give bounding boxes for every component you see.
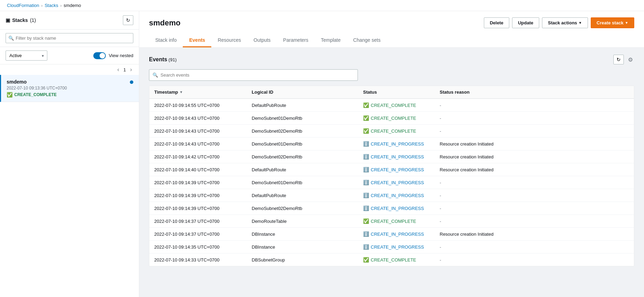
status-link-9[interactable]: ✅ CREATE_COMPLETE: [363, 218, 416, 224]
table-header-status-label: Status: [363, 89, 377, 95]
status-link-8[interactable]: ℹ️ CREATE_IN_PROGRESS: [363, 205, 424, 211]
stack-item-selected-dot: [130, 80, 133, 84]
toggle-wrap: View nested: [93, 52, 133, 59]
cell-status-9: ✅ CREATE_COMPLETE: [358, 215, 435, 227]
sidebar-header: ▣ Stacks (1) ↻: [0, 11, 139, 30]
sidebar-search: 🔍: [0, 30, 139, 47]
table-header-row: Timestamp ▼ Logical ID Status Status rea…: [149, 86, 634, 99]
stack-actions-chevron-icon: ▼: [579, 21, 582, 25]
table-row: 2022-07-10 09:14:43 UTC+0700 DemoSubnet0…: [149, 125, 634, 138]
sidebar-filters: Active All Deleted ▼ View nested: [0, 47, 139, 64]
page-number: 1: [122, 67, 127, 72]
table-row: 2022-07-10 09:14:39 UTC+0700 DemoSubnet0…: [149, 202, 634, 215]
search-input[interactable]: [6, 33, 133, 43]
status-link-7[interactable]: ℹ️ CREATE_IN_PROGRESS: [363, 193, 424, 198]
tab-template[interactable]: Template: [315, 34, 347, 47]
sidebar-refresh-button[interactable]: ↻: [123, 15, 133, 25]
table-row: 2022-07-10 09:14:43 UTC+0700 DemoSubnet0…: [149, 138, 634, 150]
page-next-button[interactable]: ›: [129, 66, 133, 73]
table-row: 2022-07-10 09:14:43 UTC+0700 DemoSubnet0…: [149, 112, 634, 125]
events-search: 🔍: [149, 69, 634, 81]
detail-title-row: smdemo Delete Update Stack actions ▼ Cre…: [149, 17, 634, 28]
cell-status-3: ℹ️ CREATE_IN_PROGRESS: [358, 138, 435, 150]
status-link-2[interactable]: ✅ CREATE_COMPLETE: [363, 128, 416, 134]
status-link-12[interactable]: ✅ CREATE_COMPLETE: [363, 257, 416, 263]
status-link-11[interactable]: ℹ️ CREATE_IN_PROGRESS: [363, 244, 424, 250]
tab-resources[interactable]: Resources: [211, 34, 247, 47]
cell-status-2: ✅ CREATE_COMPLETE: [358, 125, 435, 137]
cell-logical-id-7: DefaultPubRoute: [247, 189, 358, 202]
status-link-0[interactable]: ✅ CREATE_COMPLETE: [363, 102, 416, 108]
page-prev-button[interactable]: ‹: [116, 66, 120, 73]
events-top-right: ↻ ⚙: [613, 55, 634, 64]
status-link-4[interactable]: ℹ️ CREATE_IN_PROGRESS: [363, 154, 424, 159]
toggle-knob: [100, 53, 105, 58]
cell-logical-id-11: DBInstance: [247, 241, 358, 253]
create-stack-button[interactable]: Create stack ▼: [591, 17, 634, 28]
settings-icon[interactable]: ⚙: [627, 55, 634, 64]
tab-stack-info[interactable]: Stack info: [149, 34, 183, 47]
table-row: 2022-07-10 09:14:55 UTC+0700 DefaultPubR…: [149, 99, 634, 112]
cell-logical-id-3: DemoSubnet01DemoRtb: [247, 138, 358, 150]
cell-status-12: ✅ CREATE_COMPLETE: [358, 253, 435, 266]
table-header-status[interactable]: Status: [358, 86, 435, 98]
breadcrumb-stacks[interactable]: Stacks: [45, 3, 58, 8]
status-icon-6: ℹ️: [363, 180, 369, 185]
status-link-5[interactable]: ℹ️ CREATE_IN_PROGRESS: [363, 167, 424, 172]
cell-logical-id-8: DemoSubnet02DemoRtb: [247, 202, 358, 214]
status-link-3[interactable]: ℹ️ CREATE_IN_PROGRESS: [363, 141, 424, 147]
sidebar-collapse-icon[interactable]: ▣: [6, 17, 10, 23]
status-link-10[interactable]: ℹ️ CREATE_IN_PROGRESS: [363, 231, 424, 237]
cell-reason-2: -: [435, 125, 634, 137]
sidebar-count: (1): [30, 17, 36, 23]
detail-actions: Delete Update Stack actions ▼ Create sta…: [484, 17, 634, 28]
breadcrumb-current: smdemo: [64, 3, 81, 8]
cell-status-6: ℹ️ CREATE_IN_PROGRESS: [358, 176, 435, 189]
tab-parameters[interactable]: Parameters: [277, 34, 314, 47]
stack-item-time: 2022-07-10 09:13:36 UTC+0700: [7, 86, 133, 91]
filter-select[interactable]: Active All Deleted: [6, 50, 47, 61]
status-icon-0: ✅: [363, 102, 369, 108]
tab-events[interactable]: Events: [183, 34, 211, 47]
detail-panel: smdemo Delete Update Stack actions ▼ Cre…: [139, 11, 644, 297]
status-complete-icon: ✅: [7, 92, 13, 97]
events-refresh-button[interactable]: ↻: [613, 55, 624, 64]
cell-reason-12: -: [435, 253, 634, 266]
cell-reason-5: Resource creation Initiated: [435, 163, 634, 176]
view-nested-toggle[interactable]: [93, 52, 106, 59]
sort-icon-timestamp: ▼: [179, 90, 183, 94]
status-icon-7: ℹ️: [363, 193, 369, 198]
table-header-logical-id[interactable]: Logical ID: [247, 86, 358, 98]
breadcrumb-cloudformation[interactable]: CloudFormation: [7, 3, 39, 8]
table-header-status-reason[interactable]: Status reason: [435, 86, 634, 98]
stack-item[interactable]: smdemo 2022-07-10 09:13:36 UTC+0700 ✅ CR…: [0, 75, 139, 102]
status-link-6[interactable]: ℹ️ CREATE_IN_PROGRESS: [363, 180, 424, 185]
sidebar: ▣ Stacks (1) ↻ 🔍 Active All Deleted: [0, 11, 139, 297]
cell-timestamp-6: 2022-07-10 09:14:39 UTC+0700: [149, 176, 247, 189]
events-table: Timestamp ▼ Logical ID Status Status rea…: [149, 86, 634, 266]
cell-timestamp-3: 2022-07-10 09:14:43 UTC+0700: [149, 138, 247, 150]
status-icon-5: ℹ️: [363, 167, 369, 172]
tab-outputs[interactable]: Outputs: [247, 34, 277, 47]
table-header-timestamp[interactable]: Timestamp ▼: [149, 86, 247, 98]
update-button[interactable]: Update: [512, 17, 539, 28]
tab-change-sets[interactable]: Change sets: [347, 34, 387, 47]
stack-actions-button[interactable]: Stack actions ▼: [542, 17, 588, 28]
delete-button[interactable]: Delete: [484, 17, 509, 28]
main-content: ▣ Stacks (1) ↻ 🔍 Active All Deleted: [0, 11, 644, 297]
events-search-input[interactable]: [149, 69, 358, 81]
status-link-1[interactable]: ✅ CREATE_COMPLETE: [363, 115, 416, 121]
cell-reason-11: -: [435, 241, 634, 253]
table-row: 2022-07-10 09:14:35 UTC+0700 DBInstance …: [149, 241, 634, 253]
cell-timestamp-5: 2022-07-10 09:14:40 UTC+0700: [149, 163, 247, 176]
status-icon-10: ℹ️: [363, 231, 369, 237]
table-row: 2022-07-10 09:14:42 UTC+0700 DemoSubnet0…: [149, 150, 634, 163]
cell-timestamp-8: 2022-07-10 09:14:39 UTC+0700: [149, 202, 247, 214]
stack-item-name: smdemo: [7, 79, 133, 85]
cell-status-8: ℹ️ CREATE_IN_PROGRESS: [358, 202, 435, 214]
breadcrumb: CloudFormation › Stacks › smdemo: [0, 0, 644, 11]
cell-timestamp-9: 2022-07-10 09:14:37 UTC+0700: [149, 215, 247, 227]
table-row: 2022-07-10 09:14:37 UTC+0700 DBInstance …: [149, 228, 634, 241]
cell-logical-id-1: DemoSubnet01DemoRtb: [247, 112, 358, 124]
cell-status-4: ℹ️ CREATE_IN_PROGRESS: [358, 150, 435, 163]
